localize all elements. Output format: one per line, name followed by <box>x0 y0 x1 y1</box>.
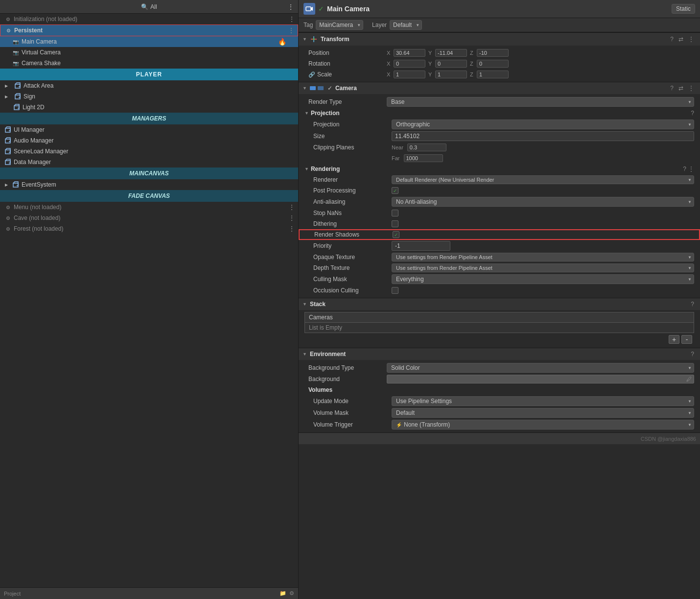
culling-mask-dropdown[interactable]: Everything <box>392 274 694 284</box>
renderer-dropdown[interactable]: Default Renderer (New Universal Render <box>392 175 694 184</box>
layer-dropdown[interactable]: Default <box>390 20 422 30</box>
camera-settings-icon[interactable]: ⇄ <box>678 85 683 92</box>
sign-item[interactable]: ▶ Sign <box>0 91 298 102</box>
transform-settings-icon[interactable]: ⇄ <box>678 36 683 43</box>
priority-input[interactable] <box>392 241 450 251</box>
rendering-help-icon[interactable]: ? <box>683 166 686 172</box>
object-name[interactable]: Main Camera <box>327 5 669 13</box>
cave-item[interactable]: ⚙ Cave (not loaded) ⋮ <box>0 213 298 223</box>
audio-manager-item[interactable]: Audio Manager <box>0 135 298 146</box>
camera-shake-item[interactable]: 📷 Camera Shake <box>0 58 298 69</box>
update-mode-dropdown[interactable]: Use Pipeline Settings <box>392 396 694 406</box>
attack-area-item[interactable]: ▶ Attack Area <box>0 80 298 91</box>
camera-icon: 📷 <box>12 59 20 67</box>
transform-title: Transform <box>321 36 667 43</box>
scale-z-input[interactable] <box>477 71 509 78</box>
persistent-item[interactable]: ⚙ Persistent ⋮ <box>0 24 298 36</box>
far-input[interactable] <box>404 154 443 162</box>
environment-component: ▼ Environment ? Background Type Solid Co… <box>299 348 700 432</box>
menu-item[interactable]: ⚙ Menu (not loaded) ⋮ <box>0 202 298 213</box>
dots-icon[interactable]: ⋮ <box>288 26 295 34</box>
bottom-bar-left: Project 📁 ⚙ <box>0 587 298 599</box>
post-processing-checkbox[interactable]: ✓ <box>392 187 398 194</box>
dithering-checkbox[interactable] <box>392 220 398 227</box>
render-shadows-checkbox[interactable]: ✓ <box>393 231 399 238</box>
dots-icon[interactable]: ⋮ <box>288 225 295 233</box>
scale-y-input[interactable] <box>435 71 467 78</box>
svg-rect-3 <box>5 128 10 132</box>
volume-mask-text: Default <box>396 409 415 416</box>
virtual-camera-item[interactable]: 📷 Virtual Camera <box>0 47 298 58</box>
dots-icon[interactable]: ⋮ <box>288 203 295 211</box>
list-item[interactable]: ⚙ Initialization (not loaded) ⋮ <box>0 14 298 24</box>
rotation-z-input[interactable] <box>477 60 509 68</box>
camera-active-check[interactable]: ✓ <box>327 85 332 92</box>
stack-remove-button[interactable]: - <box>681 335 692 344</box>
tag-dropdown[interactable]: MainCamera <box>316 20 363 30</box>
rotation-row: Rotation X Y Z <box>299 58 700 69</box>
gear-icon[interactable]: ⚙ <box>289 590 294 597</box>
stack-help-icon[interactable]: ? <box>691 301 694 308</box>
environment-help-icon[interactable]: ? <box>691 351 694 358</box>
transform-header[interactable]: ▼ Transform ? ⇄ ⋮ <box>299 33 700 46</box>
rotation-y-input[interactable] <box>435 60 467 68</box>
camera-menu-icon[interactable]: ⋮ <box>688 85 694 92</box>
forest-item[interactable]: ⚙ Forest (not loaded) ⋮ <box>0 223 298 234</box>
size-input[interactable] <box>392 131 694 141</box>
render-type-dropdown[interactable]: Base <box>387 97 694 107</box>
volume-trigger-dropdown[interactable]: ⚡ None (Transform) <box>392 420 694 430</box>
position-x-field: X <box>387 49 425 57</box>
data-manager-item[interactable]: Data Manager <box>0 157 298 168</box>
cube-icon <box>13 103 21 111</box>
ui-manager-item[interactable]: UI Manager <box>0 124 298 135</box>
eyedrop-icon[interactable]: 🖊 <box>686 376 694 382</box>
settings-icon: ⚙ <box>4 15 12 23</box>
transform-menu-icon[interactable]: ⋮ <box>688 36 694 43</box>
stop-nans-checkbox[interactable] <box>392 210 398 216</box>
projection-dropdown[interactable]: Orthographic <box>392 120 694 129</box>
hierarchy-menu-icon[interactable]: ⋮ <box>287 3 294 11</box>
sceneload-manager-item[interactable]: SceneLoad Manager <box>0 146 298 157</box>
bg-color-swatch[interactable]: 🖊 <box>387 375 694 383</box>
position-z-input[interactable] <box>477 49 509 57</box>
position-x-input[interactable] <box>394 49 425 57</box>
eventsystem-item[interactable]: ▶ EventSystem <box>0 179 298 190</box>
volume-mask-dropdown[interactable]: Default <box>392 408 694 418</box>
svg-rect-4 <box>5 139 10 143</box>
position-xyz: X Y Z <box>387 49 694 57</box>
active-checkmark[interactable]: ✓ <box>318 5 324 13</box>
stack-add-button[interactable]: + <box>669 335 679 344</box>
folder-icon[interactable]: 📁 <box>280 590 286 597</box>
item-label: Cave (not loaded) <box>14 215 60 221</box>
projection-section-label: Projection <box>311 110 691 117</box>
rendering-menu-icon[interactable]: ⋮ <box>688 166 694 172</box>
position-label: Position <box>308 49 387 56</box>
dots-icon[interactable]: ⋮ <box>288 214 295 222</box>
scale-x-input[interactable] <box>394 71 425 78</box>
main-camera-item[interactable]: 📷 Main Camera 🔥 <box>0 36 298 47</box>
static-button[interactable]: Static <box>672 4 695 14</box>
cube-icon <box>4 147 12 155</box>
camera-comp-header[interactable]: ▼ ✓ Camera ? ⇄ ⋮ <box>299 82 700 94</box>
rotation-x-input[interactable] <box>394 60 425 68</box>
expand-triangle-icon: ▼ <box>303 302 307 307</box>
help-icon[interactable]: ? <box>670 85 674 92</box>
render-shadows-row: Render Shadows ✓ <box>299 229 700 240</box>
anti-aliasing-dropdown[interactable]: No Anti-aliasing <box>392 197 694 207</box>
dots-icon[interactable]: ⋮ <box>288 15 295 23</box>
render-type-value: Base <box>387 97 694 107</box>
bg-type-dropdown[interactable]: Solid Color <box>387 363 694 373</box>
light2d-item[interactable]: Light 2D <box>0 102 298 113</box>
occlusion-culling-checkbox[interactable] <box>392 287 398 294</box>
rotation-z-field: Z <box>470 60 509 68</box>
help-icon[interactable]: ? <box>670 36 674 43</box>
opaque-texture-dropdown[interactable]: Use settings from Render Pipeline Asset <box>392 253 694 262</box>
item-label: Data Manager <box>14 159 51 166</box>
near-input[interactable] <box>407 144 446 151</box>
depth-texture-dropdown[interactable]: Use settings from Render Pipeline Asset <box>392 264 694 272</box>
projection-help-icon[interactable]: ? <box>691 110 694 117</box>
position-y-input[interactable] <box>435 49 467 57</box>
environment-header[interactable]: ▼ Environment ? <box>299 348 700 360</box>
render-type-text: Base <box>391 98 404 105</box>
stack-header[interactable]: ▼ Stack ? <box>299 298 700 310</box>
